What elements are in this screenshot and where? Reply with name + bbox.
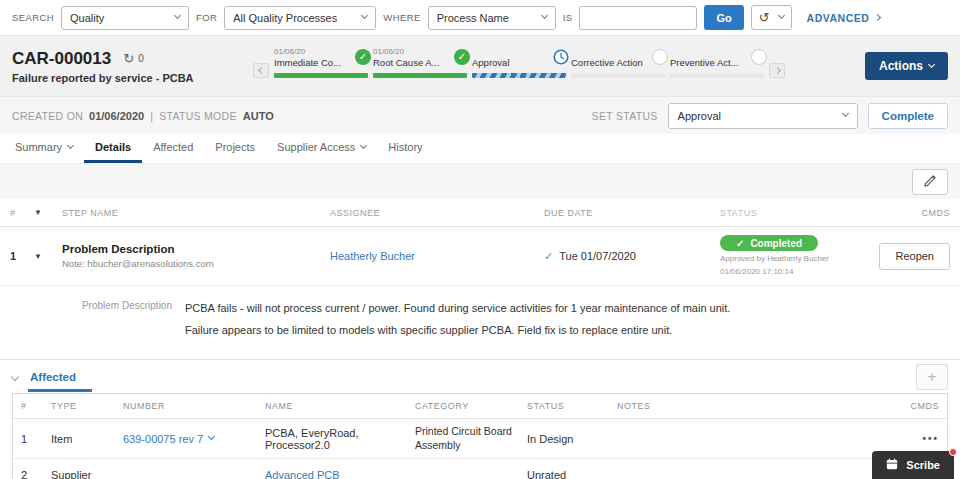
chevron-down-icon[interactable] xyxy=(208,433,215,440)
chevron-down-icon xyxy=(67,141,74,148)
assignee-link[interactable]: Heatherly Bucher xyxy=(330,250,415,262)
status-badge: ✓ Completed xyxy=(720,235,818,251)
step-date xyxy=(571,47,665,57)
affected-row-item: 1 Item 639-00075 rev 7 PCBA, EveryRoad, … xyxy=(13,419,947,459)
step-pending-icon xyxy=(652,49,668,65)
record-identity: CAR-000013 ↻ 0 Failure reported by servi… xyxy=(12,49,247,84)
tab-history[interactable]: History xyxy=(377,134,433,163)
tab-label: Summary xyxy=(15,141,62,153)
tab-projects[interactable]: Projects xyxy=(204,134,266,163)
workflow-step-preventive[interactable]: Preventive Act... xyxy=(670,47,764,78)
advanced-search-link[interactable]: ADVANCED xyxy=(807,12,881,24)
status-mode-label: STATUS MODE xyxy=(159,110,237,122)
search-where-select[interactable]: Process Name xyxy=(428,6,556,30)
chevron-down-icon xyxy=(778,12,785,19)
col-status: STATUS xyxy=(720,208,854,218)
item-number-link[interactable]: 639-00075 rev 7 xyxy=(123,433,203,445)
problem-description-label: Problem Description xyxy=(0,298,185,341)
actions-button[interactable]: Actions xyxy=(865,52,948,80)
steps-scroll-left-button[interactable] xyxy=(253,63,269,78)
row-number: 1 xyxy=(21,433,51,445)
supplier-name-link[interactable]: Advanced PCB xyxy=(265,469,340,479)
scribe-extension-badge[interactable]: Scribe xyxy=(872,451,954,479)
step-pending-icon xyxy=(751,49,767,65)
expand-caret-icon[interactable]: ▼ xyxy=(34,252,62,261)
col-category: CATEGORY xyxy=(415,401,527,411)
affected-table-header: # TYPE NUMBER NAME CATEGORY STATUS NOTES… xyxy=(13,394,947,419)
step-progress-bar xyxy=(571,73,665,78)
col-type: TYPE xyxy=(51,401,123,411)
tab-summary[interactable]: Summary xyxy=(4,134,84,163)
step-progress-bar xyxy=(274,73,368,78)
refresh-counter-button[interactable]: ↻ 0 xyxy=(123,51,143,66)
go-button[interactable]: Go xyxy=(704,5,743,30)
col-cmds: CMDS xyxy=(854,208,950,218)
due-date-value: Tue 01/07/2020 xyxy=(559,250,636,262)
search-history-button[interactable]: ↺ xyxy=(751,5,792,30)
history-icon: ↺ xyxy=(759,10,770,25)
steps-toolbar xyxy=(0,163,960,199)
divider: | xyxy=(150,110,153,122)
workflow-step-approval[interactable]: Approval xyxy=(472,47,566,78)
step-progress-bar xyxy=(670,73,764,78)
step-name: Root Cause A... xyxy=(373,57,467,70)
where-label: WHERE xyxy=(383,12,420,23)
tab-details[interactable]: Details xyxy=(84,134,142,163)
search-for-value: All Quality Processes xyxy=(233,12,337,24)
step-date: 01/06/20 xyxy=(373,47,467,57)
chevron-down-icon xyxy=(361,12,368,19)
affected-name: PCBA, EveryRoad, Processor2.0 xyxy=(265,427,415,451)
col-number: NUMBER xyxy=(123,401,265,411)
search-label: SEARCH xyxy=(12,12,54,23)
created-on-label: CREATED ON xyxy=(12,110,83,122)
step-complete-icon: ✓ xyxy=(355,49,371,65)
step-progress-bar xyxy=(373,73,467,78)
created-on-value: 01/06/2020 xyxy=(89,110,144,122)
add-affected-button[interactable]: + xyxy=(916,364,948,390)
reopen-button[interactable]: Reopen xyxy=(879,243,950,270)
set-status-select[interactable]: Approval xyxy=(668,103,858,129)
refresh-count: 0 xyxy=(138,53,144,64)
affected-status: Unrated xyxy=(527,469,617,479)
row-commands-ellipsis[interactable]: ••• xyxy=(883,433,939,444)
workflow-step-root-cause[interactable]: 01/06/20 Root Cause A... ✓ xyxy=(373,47,467,78)
step-date xyxy=(670,47,764,57)
record-id: CAR-000013 xyxy=(12,49,111,69)
workflow-step-corrective[interactable]: Corrective Action xyxy=(571,47,665,78)
complete-button[interactable]: Complete xyxy=(868,103,948,129)
workflow-steps: 01/06/20 Immediate Co... ✓ 01/06/20 Root… xyxy=(247,47,865,86)
search-for-select[interactable]: All Quality Processes xyxy=(224,6,376,30)
set-status-value: Approval xyxy=(678,110,721,122)
problem-description-text: PCBA fails - will not process current / … xyxy=(185,298,755,341)
badge-check-icon: ✓ xyxy=(736,238,744,249)
sort-caret-icon[interactable]: ▼ xyxy=(34,208,62,217)
workflow-step-immediate[interactable]: 01/06/20 Immediate Co... ✓ xyxy=(274,47,368,78)
calendar-icon xyxy=(886,458,898,472)
step-name: Preventive Act... xyxy=(670,57,764,70)
search-type-select[interactable]: Quality xyxy=(61,6,189,30)
col-status: STATUS xyxy=(527,401,617,411)
step-progress-bar xyxy=(472,73,566,78)
tab-affected[interactable]: Affected xyxy=(142,134,204,163)
tab-supplier-access[interactable]: Supplier Access xyxy=(266,134,377,163)
due-check-icon: ✓ xyxy=(544,250,553,263)
col-assignee: ASSIGNEE xyxy=(330,208,544,218)
due-date-cell: ✓ Tue 01/07/2020 xyxy=(544,250,720,263)
step-name-cell: Problem Description Note: hbucher@arenas… xyxy=(62,243,330,269)
edit-button[interactable] xyxy=(912,169,948,195)
affected-type: Supplier xyxy=(51,469,123,479)
approved-by-text: Approved by Heatherly Bucher xyxy=(720,253,829,264)
chevron-down-icon xyxy=(928,60,935,67)
search-value-input[interactable] xyxy=(579,6,697,30)
tab-label: Details xyxy=(95,141,131,153)
steps-scroll-right-button[interactable] xyxy=(769,63,785,78)
affected-status: In Design xyxy=(527,433,617,445)
col-num: # xyxy=(21,401,51,411)
status-cell: ✓ Completed Approved by Heatherly Bucher… xyxy=(720,235,854,277)
collapse-chevron-icon[interactable] xyxy=(11,373,19,381)
chevron-left-icon xyxy=(257,66,264,73)
affected-table: # TYPE NUMBER NAME CATEGORY STATUS NOTES… xyxy=(12,393,948,479)
row-number: 1 xyxy=(10,250,34,262)
tab-label: Projects xyxy=(215,141,255,153)
affected-section-title[interactable]: Affected xyxy=(30,371,76,383)
